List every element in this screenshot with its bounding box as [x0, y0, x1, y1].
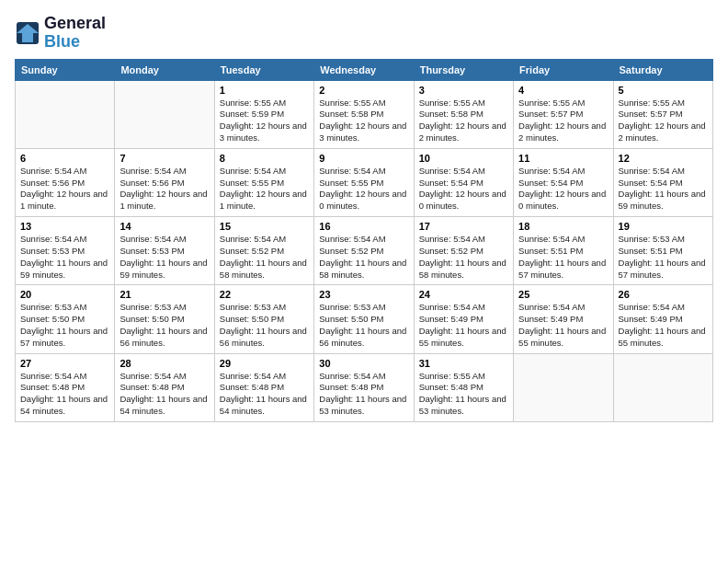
- day-info: Sunrise: 5:55 AM Sunset: 5:57 PM Dayligh…: [518, 98, 608, 144]
- day-number: 26: [619, 289, 708, 300]
- day-info: Sunrise: 5:54 AM Sunset: 5:54 PM Dayligh…: [419, 166, 508, 213]
- calendar-cell: [514, 353, 613, 421]
- day-info: Sunrise: 5:54 AM Sunset: 5:48 PM Dayligh…: [20, 371, 109, 418]
- calendar-cell: 3Sunrise: 5:55 AM Sunset: 5:58 PM Daylig…: [414, 80, 513, 148]
- calendar-cell: 24Sunrise: 5:54 AM Sunset: 5:49 PM Dayli…: [414, 285, 513, 353]
- weekday-header: Thursday: [414, 59, 513, 80]
- calendar-cell: 19Sunrise: 5:53 AM Sunset: 5:51 PM Dayli…: [613, 217, 712, 285]
- day-number: 1: [220, 85, 309, 96]
- calendar-week-row: 20Sunrise: 5:53 AM Sunset: 5:50 PM Dayli…: [16, 285, 713, 353]
- logo-icon: [15, 20, 40, 46]
- day-info: Sunrise: 5:54 AM Sunset: 5:56 PM Dayligh…: [20, 166, 109, 213]
- day-info: Sunrise: 5:54 AM Sunset: 5:54 PM Dayligh…: [518, 166, 608, 213]
- day-info: Sunrise: 5:53 AM Sunset: 5:50 PM Dayligh…: [220, 302, 309, 349]
- day-number: 27: [20, 358, 109, 369]
- weekday-header: Saturday: [613, 59, 712, 80]
- page-header: General Blue: [15, 15, 713, 52]
- weekday-header: Wednesday: [314, 59, 414, 80]
- weekday-header: Friday: [514, 59, 613, 80]
- calendar-cell: 6Sunrise: 5:54 AM Sunset: 5:56 PM Daylig…: [16, 148, 115, 216]
- calendar-cell: 18Sunrise: 5:54 AM Sunset: 5:51 PM Dayli…: [514, 217, 613, 285]
- day-number: 21: [119, 289, 209, 300]
- calendar-cell: 30Sunrise: 5:54 AM Sunset: 5:48 PM Dayli…: [314, 353, 414, 421]
- day-number: 19: [619, 221, 708, 232]
- calendar-cell: [115, 80, 214, 148]
- calendar-cell: 12Sunrise: 5:54 AM Sunset: 5:54 PM Dayli…: [613, 148, 712, 216]
- calendar-header-row: SundayMondayTuesdayWednesdayThursdayFrid…: [16, 59, 713, 80]
- calendar-cell: 16Sunrise: 5:54 AM Sunset: 5:52 PM Dayli…: [314, 217, 414, 285]
- calendar-cell: 11Sunrise: 5:54 AM Sunset: 5:54 PM Dayli…: [514, 148, 613, 216]
- day-number: 20: [20, 289, 109, 300]
- day-info: Sunrise: 5:54 AM Sunset: 5:53 PM Dayligh…: [119, 234, 209, 281]
- day-number: 4: [518, 85, 608, 96]
- day-number: 18: [518, 221, 608, 232]
- day-number: 24: [419, 289, 508, 300]
- day-info: Sunrise: 5:54 AM Sunset: 5:51 PM Dayligh…: [518, 234, 608, 281]
- day-info: Sunrise: 5:54 AM Sunset: 5:49 PM Dayligh…: [619, 302, 708, 349]
- day-info: Sunrise: 5:54 AM Sunset: 5:48 PM Dayligh…: [119, 371, 209, 418]
- calendar-cell: 29Sunrise: 5:54 AM Sunset: 5:48 PM Dayli…: [214, 353, 313, 421]
- weekday-header: Sunday: [16, 59, 115, 80]
- calendar-week-row: 27Sunrise: 5:54 AM Sunset: 5:48 PM Dayli…: [16, 353, 713, 421]
- day-info: Sunrise: 5:54 AM Sunset: 5:55 PM Dayligh…: [220, 166, 309, 213]
- day-number: 29: [220, 358, 309, 369]
- calendar-cell: 9Sunrise: 5:54 AM Sunset: 5:55 PM Daylig…: [314, 148, 414, 216]
- day-number: 31: [419, 358, 508, 369]
- day-info: Sunrise: 5:55 AM Sunset: 5:58 PM Dayligh…: [319, 98, 408, 144]
- calendar-cell: 17Sunrise: 5:54 AM Sunset: 5:52 PM Dayli…: [414, 217, 513, 285]
- calendar-cell: 20Sunrise: 5:53 AM Sunset: 5:50 PM Dayli…: [16, 285, 115, 353]
- calendar-cell: 10Sunrise: 5:54 AM Sunset: 5:54 PM Dayli…: [414, 148, 513, 216]
- day-info: Sunrise: 5:54 AM Sunset: 5:56 PM Dayligh…: [119, 166, 209, 213]
- day-info: Sunrise: 5:53 AM Sunset: 5:50 PM Dayligh…: [20, 302, 109, 349]
- day-info: Sunrise: 5:54 AM Sunset: 5:49 PM Dayligh…: [518, 302, 608, 349]
- day-number: 25: [518, 289, 608, 300]
- day-info: Sunrise: 5:54 AM Sunset: 5:52 PM Dayligh…: [220, 234, 309, 281]
- day-info: Sunrise: 5:53 AM Sunset: 5:50 PM Dayligh…: [319, 302, 408, 349]
- day-number: 7: [119, 153, 209, 164]
- day-number: 5: [619, 85, 708, 96]
- weekday-header: Tuesday: [214, 59, 313, 80]
- calendar-cell: 1Sunrise: 5:55 AM Sunset: 5:59 PM Daylig…: [214, 80, 313, 148]
- calendar-week-row: 13Sunrise: 5:54 AM Sunset: 5:53 PM Dayli…: [16, 217, 713, 285]
- day-number: 11: [518, 153, 608, 164]
- day-info: Sunrise: 5:54 AM Sunset: 5:52 PM Dayligh…: [419, 234, 508, 281]
- calendar-cell: [613, 353, 712, 421]
- day-number: 15: [220, 221, 309, 232]
- day-info: Sunrise: 5:53 AM Sunset: 5:50 PM Dayligh…: [119, 302, 209, 349]
- day-info: Sunrise: 5:54 AM Sunset: 5:52 PM Dayligh…: [319, 234, 408, 281]
- weekday-header: Monday: [115, 59, 214, 80]
- calendar-cell: 14Sunrise: 5:54 AM Sunset: 5:53 PM Dayli…: [115, 217, 214, 285]
- day-number: 13: [20, 221, 109, 232]
- logo-text: General Blue: [44, 15, 106, 52]
- day-number: 3: [419, 85, 508, 96]
- calendar-cell: 28Sunrise: 5:54 AM Sunset: 5:48 PM Dayli…: [115, 353, 214, 421]
- day-info: Sunrise: 5:55 AM Sunset: 5:58 PM Dayligh…: [419, 98, 508, 144]
- calendar-cell: 31Sunrise: 5:55 AM Sunset: 5:48 PM Dayli…: [414, 353, 513, 421]
- calendar-cell: 7Sunrise: 5:54 AM Sunset: 5:56 PM Daylig…: [115, 148, 214, 216]
- calendar-cell: 13Sunrise: 5:54 AM Sunset: 5:53 PM Dayli…: [16, 217, 115, 285]
- day-number: 6: [20, 153, 109, 164]
- day-info: Sunrise: 5:54 AM Sunset: 5:49 PM Dayligh…: [419, 302, 508, 349]
- day-number: 12: [619, 153, 708, 164]
- day-number: 8: [220, 153, 309, 164]
- day-number: 28: [119, 358, 209, 369]
- day-number: 16: [319, 221, 408, 232]
- calendar-cell: 23Sunrise: 5:53 AM Sunset: 5:50 PM Dayli…: [314, 285, 414, 353]
- day-info: Sunrise: 5:54 AM Sunset: 5:48 PM Dayligh…: [319, 371, 408, 418]
- calendar-cell: 21Sunrise: 5:53 AM Sunset: 5:50 PM Dayli…: [115, 285, 214, 353]
- calendar-cell: 25Sunrise: 5:54 AM Sunset: 5:49 PM Dayli…: [514, 285, 613, 353]
- day-info: Sunrise: 5:54 AM Sunset: 5:53 PM Dayligh…: [20, 234, 109, 281]
- calendar-cell: 4Sunrise: 5:55 AM Sunset: 5:57 PM Daylig…: [514, 80, 613, 148]
- day-number: 9: [319, 153, 408, 164]
- day-info: Sunrise: 5:53 AM Sunset: 5:51 PM Dayligh…: [619, 234, 708, 281]
- calendar-cell: 2Sunrise: 5:55 AM Sunset: 5:58 PM Daylig…: [314, 80, 414, 148]
- calendar-cell: 27Sunrise: 5:54 AM Sunset: 5:48 PM Dayli…: [16, 353, 115, 421]
- day-number: 30: [319, 358, 408, 369]
- day-info: Sunrise: 5:54 AM Sunset: 5:55 PM Dayligh…: [319, 166, 408, 213]
- day-info: Sunrise: 5:55 AM Sunset: 5:48 PM Dayligh…: [419, 371, 508, 418]
- calendar-cell: 22Sunrise: 5:53 AM Sunset: 5:50 PM Dayli…: [214, 285, 313, 353]
- calendar-cell: [16, 80, 115, 148]
- day-number: 14: [119, 221, 209, 232]
- day-info: Sunrise: 5:54 AM Sunset: 5:48 PM Dayligh…: [220, 371, 309, 418]
- day-number: 22: [220, 289, 309, 300]
